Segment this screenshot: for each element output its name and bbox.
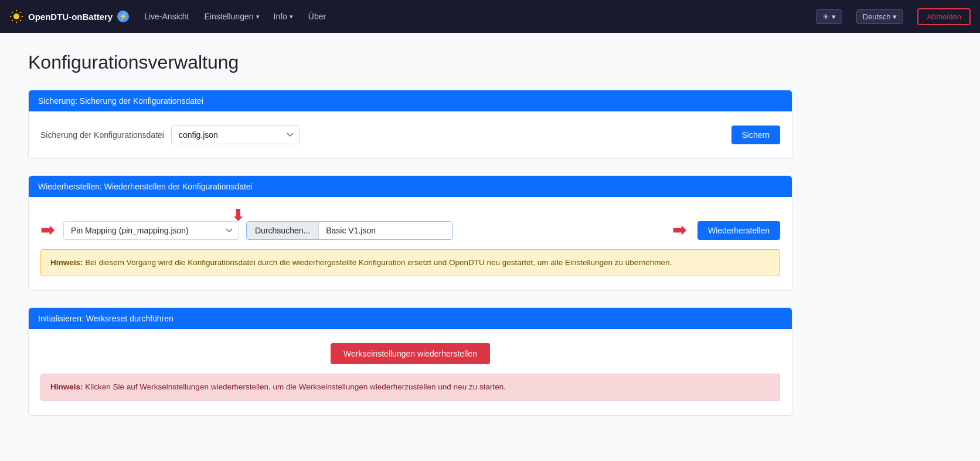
factory-reset-button[interactable]: Werkseinstellungen wiederherstellen — [331, 343, 490, 364]
svg-line-8 — [20, 12, 21, 12]
logout-button[interactable]: Abmelden — [917, 8, 971, 25]
reset-hint-text: Klicken Sie auf Werkseinstellungen wiede… — [85, 382, 506, 391]
restore-card-header: Wiederherstellen: Wiederherstellen der K… — [29, 176, 792, 197]
theme-icon: ☀ — [822, 12, 829, 21]
lang-chevron: ▾ — [893, 12, 897, 21]
language-label: Deutsch — [863, 12, 891, 21]
backup-card-header: Sicherung: Sicherung der Konfigurationsd… — [29, 90, 792, 111]
restore-hint: Hinweis: Bei diesem Vorgang wird die Kon… — [40, 249, 780, 276]
main-content: Konfigurationsverwaltung Sicherung: Sich… — [0, 33, 821, 451]
svg-line-7 — [12, 20, 12, 21]
backup-card-body: Sicherung der Konfigurationsdatei config… — [29, 111, 792, 158]
backup-card: Sicherung: Sicherung der Konfigurationsd… — [28, 90, 792, 159]
language-select[interactable]: Deutsch ▾ — [856, 9, 904, 24]
reset-hint: Hinweis: Klicken Sie auf Werkseinstellun… — [40, 374, 780, 401]
restore-card: Wiederherstellen: Wiederherstellen der K… — [28, 175, 792, 291]
reset-card-header: Initialisieren: Werksreset durchführen — [29, 308, 792, 329]
arrow-left-icon: ➡ — [40, 221, 54, 240]
nav-info[interactable]: Info — [274, 12, 293, 21]
nav-uber[interactable]: Über — [307, 9, 327, 23]
backup-form-row: Sicherung der Konfigurationsdatei config… — [40, 126, 780, 144]
sun-icon — [9, 9, 23, 23]
arrow-right-icon: ➡ — [672, 221, 686, 240]
reset-hint-bold: Hinweis: — [50, 382, 83, 391]
backup-label: Sicherung der Konfigurationsdatei — [40, 130, 164, 140]
theme-toggle-button[interactable]: ☀ ▾ — [816, 9, 842, 24]
restore-hint-bold: Hinweis: — [50, 258, 83, 267]
page-title: Konfigurationsverwaltung — [28, 52, 792, 73]
restore-hint-text: Bei diesem Vorgang wird die Konfiguratio… — [85, 258, 672, 267]
file-name-display[interactable] — [319, 222, 452, 239]
arrow-down-icon: ⬇ — [232, 206, 244, 225]
restore-type-select[interactable]: Konfiguration (config.json) Pin Mapping … — [63, 221, 239, 240]
backup-button[interactable]: Sichern — [731, 126, 780, 144]
restore-button[interactable]: Wiederherstellen — [697, 221, 780, 240]
svg-point-0 — [13, 13, 19, 19]
reset-card-body: Werkseinstellungen wiederherstellen Hinw… — [29, 329, 792, 415]
brand-name: OpenDTU-onBattery — [28, 12, 113, 22]
restore-form-row: ➡ Konfiguration (config.json) Pin Mappin… — [40, 221, 780, 240]
backup-file-select[interactable]: config.json pin_mapping.json — [171, 126, 300, 144]
svg-line-4 — [20, 20, 21, 21]
theme-chevron: ▾ — [832, 12, 836, 21]
bolt-icon: ⚡ — [117, 11, 129, 22]
browse-button[interactable]: Durchsuchen... — [247, 222, 319, 239]
nav-live-ansicht[interactable]: Live-Ansicht — [143, 9, 190, 23]
nav-einstellungen[interactable]: Einstellungen — [204, 12, 259, 21]
reset-card: Initialisieren: Werksreset durchführen W… — [28, 307, 792, 415]
svg-line-3 — [12, 12, 12, 12]
restore-file-input-group: Durchsuchen... — [246, 221, 452, 240]
navbar: OpenDTU-onBattery ⚡ Live-Ansicht Einstel… — [0, 0, 980, 33]
restore-card-body: ⬇ ➡ Konfiguration (config.json) Pin Mapp… — [29, 197, 792, 290]
brand: OpenDTU-onBattery ⚡ — [9, 9, 129, 23]
